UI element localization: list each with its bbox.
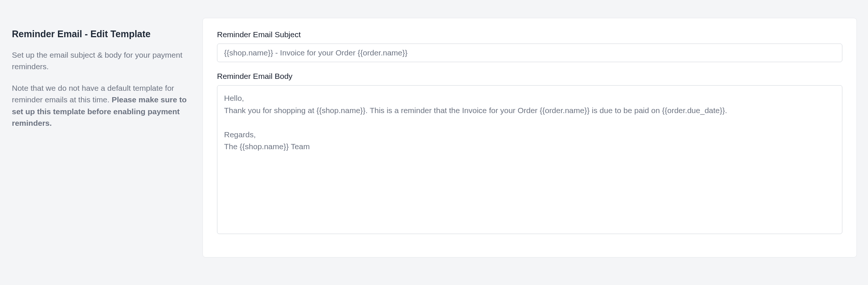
subject-group: Reminder Email Subject: [217, 30, 842, 62]
subject-label: Reminder Email Subject: [217, 30, 842, 39]
subject-input[interactable]: [217, 44, 842, 62]
body-textarea[interactable]: [217, 85, 842, 234]
left-panel: Reminder Email - Edit Template Set up th…: [0, 0, 203, 257]
section-title: Reminder Email - Edit Template: [12, 28, 191, 40]
section-description: Set up the email subject & body for your…: [12, 49, 191, 73]
body-group: Reminder Email Body: [217, 72, 842, 236]
page-container: Reminder Email - Edit Template Set up th…: [0, 0, 868, 257]
form-card: Reminder Email Subject Reminder Email Bo…: [203, 18, 857, 257]
body-label: Reminder Email Body: [217, 72, 842, 81]
section-note: Note that we do not have a default templ…: [12, 82, 191, 129]
